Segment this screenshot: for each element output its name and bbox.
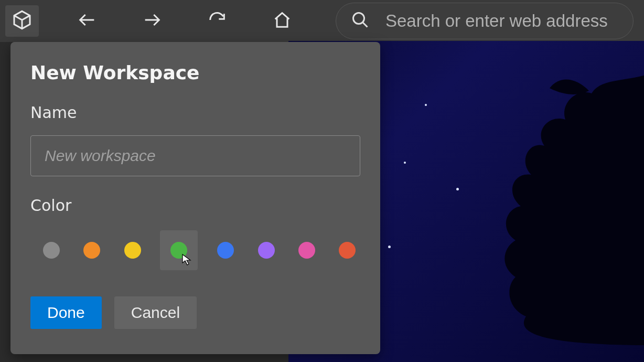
address-input[interactable] [385,11,618,31]
new-workspace-dialog: New Workspace Name Color Done Cancel [10,42,380,354]
color-dot-icon [217,242,234,259]
color-label: Color [30,196,360,215]
color-swatch-gray[interactable] [38,237,64,264]
home-icon [272,9,293,33]
svg-point-0 [353,13,364,24]
address-bar[interactable] [336,3,634,39]
browser-toolbar [0,0,644,42]
color-swatch-red[interactable] [335,237,360,264]
color-swatch-yellow[interactable] [120,237,145,264]
dialog-title: New Workspace [30,62,360,83]
arrow-right-icon [142,9,163,33]
color-dot-icon [170,242,187,259]
color-swatch-orange[interactable] [79,237,104,264]
nav-group [70,5,299,37]
color-dot-icon [298,242,315,259]
workspace-name-input[interactable] [30,135,360,176]
color-swatch-green[interactable] [160,230,198,270]
home-button[interactable] [265,5,299,37]
name-label: Name [30,103,360,122]
search-icon [351,10,370,31]
workspaces-button[interactable] [5,5,39,37]
tree-silhouette [455,72,644,345]
color-dot-icon [124,242,141,259]
cancel-button[interactable]: Cancel [114,296,197,329]
arrow-left-icon [77,9,98,33]
refresh-button[interactable] [200,5,234,37]
dialog-button-row: Done Cancel [30,296,360,329]
refresh-icon [207,9,228,33]
color-swatch-purple[interactable] [253,237,279,264]
cube-icon [12,9,33,33]
color-swatch-pink[interactable] [294,237,319,264]
forward-button[interactable] [135,5,169,37]
color-dot-icon [339,242,356,259]
done-button[interactable]: Done [30,296,102,329]
color-dot-icon [43,242,60,259]
color-dot-icon [258,242,275,259]
color-dot-icon [83,242,100,259]
color-swatch-blue[interactable] [212,237,238,264]
color-picker-row [30,230,360,270]
back-button[interactable] [70,5,104,37]
